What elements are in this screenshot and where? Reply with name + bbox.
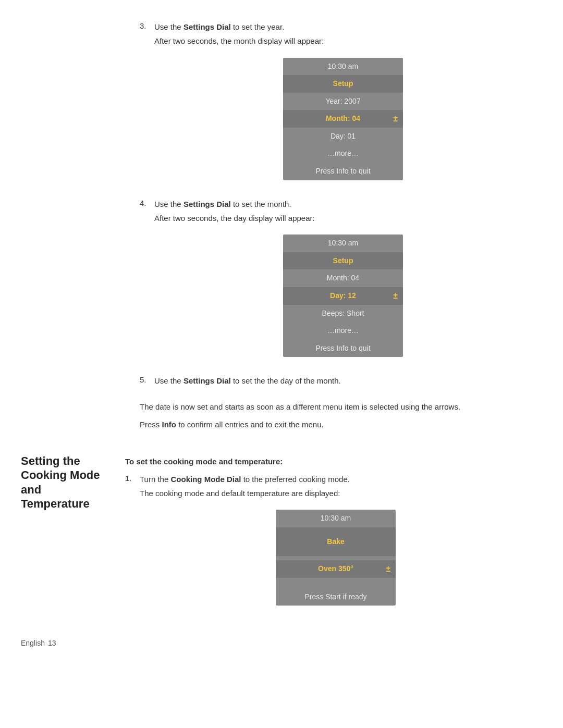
display3-row2: Bake: [276, 527, 396, 557]
display1-row1: 10:30 am: [283, 58, 403, 76]
display2-row7: Press Info to quit: [283, 340, 403, 357]
date-set-para: The date is now set and starts as soon a…: [140, 401, 532, 413]
paragraphs-container: The date is now set and starts as soon a…: [0, 401, 563, 436]
section2-step1-text: Turn the Cooking Mode Dial to the prefer…: [140, 473, 532, 485]
display3-row5: [276, 578, 396, 588]
display2: 10:30 am Setup Month: 04 Day: 12 ± Beeps…: [283, 235, 403, 357]
step4-text: Use the Settings Dial to set the month.: [154, 198, 532, 210]
display1-row5: Day: 01: [283, 128, 403, 145]
section2-step1-number: 1.: [125, 473, 140, 619]
section2-left: Setting the Cooking Mode and Temperature: [0, 452, 115, 624]
display2-row3: Month: 04: [283, 269, 403, 287]
step3-content: Use the Settings Dial to set the year. A…: [154, 21, 532, 193]
display2-row4: Day: 12 ±: [283, 287, 403, 305]
display2-row5: Beeps: Short: [283, 305, 403, 323]
display3: 10:30 am Bake Oven 350° ± Press Start if…: [276, 510, 396, 606]
display3-plusminus: ±: [386, 563, 390, 575]
step5: 5. Use the Settings Dial to set the the …: [140, 375, 532, 389]
display2-row2: Setup: [283, 252, 403, 270]
step3-subtext: After two seconds, the month display wil…: [154, 35, 532, 47]
section2-right: To set the cooking mode and temperature:…: [115, 452, 563, 624]
footer-lang: English: [21, 639, 45, 647]
step5-text: Use the Settings Dial to set the the day…: [154, 375, 532, 387]
section2-row: Setting the Cooking Mode and Temperature…: [0, 452, 563, 624]
step5-number: 5.: [140, 375, 154, 389]
display3-row6: Press Start if ready: [276, 588, 396, 606]
section2-step1-subtext: The cooking mode and default temperature…: [140, 487, 532, 499]
display2-row1: 10:30 am: [283, 235, 403, 252]
step4-container: 4. Use the Settings Dial to set the mont…: [0, 198, 563, 375]
step3-container: 3. Use the Settings Dial to set the year…: [0, 21, 563, 198]
step4-subtext: After two seconds, the day display will …: [154, 212, 532, 224]
page: 3. Use the Settings Dial to set the year…: [0, 21, 563, 684]
display2-plusminus: ±: [393, 290, 398, 302]
section-gap: [0, 436, 563, 452]
display3-row3: [276, 556, 396, 560]
display1-row4: Month: 04 ±: [283, 110, 403, 128]
section2-step1: 1. Turn the Cooking Mode Dial to the pre…: [125, 473, 532, 619]
display1-row6: …more…: [283, 145, 403, 163]
display3-row4: Oven 350° ±: [276, 560, 396, 578]
step4-number: 4.: [140, 198, 154, 370]
step3-text: Use the Settings Dial to set the year.: [154, 21, 532, 33]
footer-page: 13: [48, 639, 56, 647]
section2-bold-label: To set the cooking mode and temperature:: [125, 457, 532, 466]
display1-row2: Setup: [283, 75, 403, 93]
page-footer: English 13: [0, 634, 563, 652]
step4-content: Use the Settings Dial to set the month. …: [154, 198, 532, 370]
step4: 4. Use the Settings Dial to set the mont…: [140, 198, 532, 370]
step3-number: 3.: [140, 21, 154, 193]
section2-step1-content: Turn the Cooking Mode Dial to the prefer…: [140, 473, 532, 619]
display1-wrapper: 10:30 am Setup Year: 2007 Month: 04 ± Da…: [154, 53, 532, 190]
display1-plusminus: ±: [393, 113, 398, 125]
step3: 3. Use the Settings Dial to set the year…: [140, 21, 532, 193]
display3-wrapper: 10:30 am Bake Oven 350° ± Press Start if…: [140, 504, 532, 615]
display1-row7: Press Info to quit: [283, 163, 403, 180]
display1-row3: Year: 2007: [283, 93, 403, 110]
step5-content: Use the Settings Dial to set the the day…: [154, 375, 532, 389]
display3-row1: 10:30 am: [276, 510, 396, 527]
section2-heading: Setting the Cooking Mode and Temperature: [21, 454, 104, 511]
step5-container: 5. Use the Settings Dial to set the the …: [0, 375, 563, 394]
press-info-para: Press Info to confirm all entries and to…: [140, 418, 532, 431]
display2-wrapper: 10:30 am Setup Month: 04 Day: 12 ± Beeps…: [154, 229, 532, 366]
display1: 10:30 am Setup Year: 2007 Month: 04 ± Da…: [283, 58, 403, 180]
display2-row6: …more…: [283, 322, 403, 340]
